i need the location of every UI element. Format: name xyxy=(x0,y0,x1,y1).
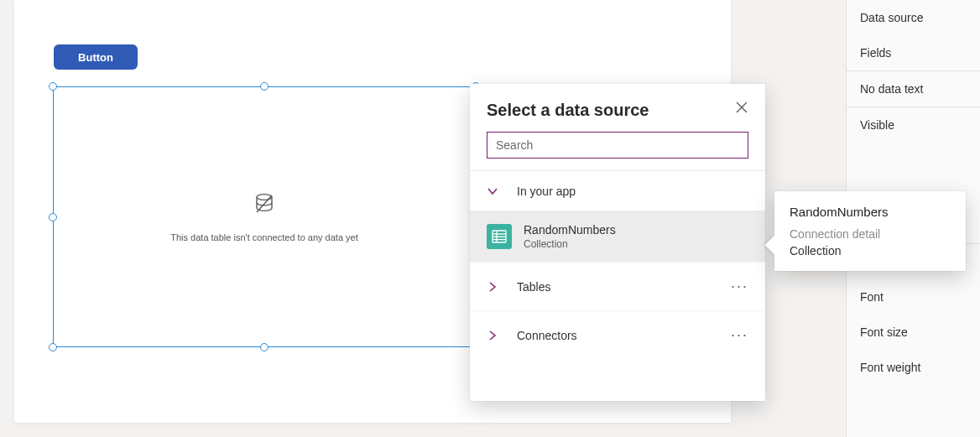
more-icon[interactable]: ··· xyxy=(731,278,748,295)
prop-visible[interactable]: Visible xyxy=(847,107,980,143)
prop-fields[interactable]: Fields xyxy=(847,35,980,70)
data-source-name: RandomNumbers xyxy=(524,223,616,237)
search-input[interactable] xyxy=(487,132,748,159)
prop-data-source[interactable]: Data source xyxy=(847,0,980,35)
data-source-type: Collection xyxy=(524,238,616,250)
collection-icon xyxy=(487,224,512,249)
more-icon[interactable]: ··· xyxy=(731,326,748,344)
button-label: Button xyxy=(78,51,113,64)
data-source-tooltip: RandomNumbers Connection detail Collecti… xyxy=(774,191,966,271)
category-label: Tables xyxy=(517,280,550,294)
tooltip-title: RandomNumbers xyxy=(790,205,951,219)
close-icon[interactable] xyxy=(735,101,748,114)
data-table-empty-state: This data table isn't connected to any d… xyxy=(54,87,475,346)
panel-title: Select a data source xyxy=(487,101,649,120)
chevron-right-icon xyxy=(487,281,498,293)
category-connectors[interactable]: Connectors ··· xyxy=(470,310,765,359)
section-in-your-app[interactable]: In your app xyxy=(470,171,765,211)
chevron-down-icon xyxy=(487,185,498,197)
prop-font-weight[interactable]: Font weight xyxy=(847,350,980,385)
prop-font[interactable]: Font xyxy=(847,279,980,315)
data-source-item-randomnumbers[interactable]: RandomNumbers Collection xyxy=(470,211,765,262)
tooltip-line2: Collection xyxy=(790,244,951,258)
prop-font-size[interactable]: Font size xyxy=(847,315,980,350)
select-data-source-panel: Select a data source In your app xyxy=(470,84,765,401)
empty-state-text: This data table isn't connected to any d… xyxy=(170,232,357,242)
tooltip-line1: Connection detail xyxy=(790,227,951,241)
category-tables[interactable]: Tables ··· xyxy=(470,262,765,310)
prop-no-data-text[interactable]: No data text xyxy=(847,71,980,107)
section-label: In your app xyxy=(517,185,576,198)
database-icon xyxy=(253,192,276,219)
data-table-control[interactable]: This data table isn't connected to any d… xyxy=(53,86,476,347)
category-label: Connectors xyxy=(517,329,577,342)
chevron-right-icon xyxy=(487,330,498,341)
canvas-button-control[interactable]: Button xyxy=(54,44,138,70)
